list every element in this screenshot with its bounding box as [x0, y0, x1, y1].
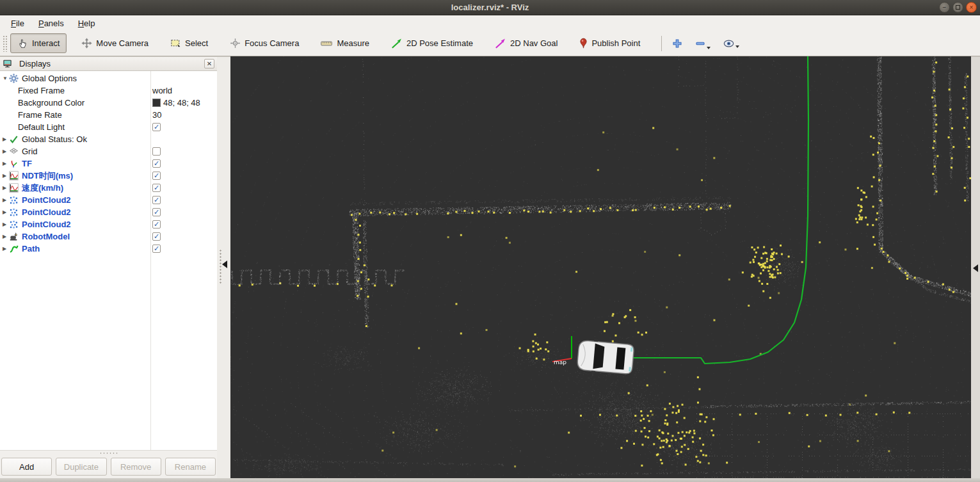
visibility-button[interactable]	[719, 37, 743, 50]
minimize-button[interactable]: −	[939, 2, 950, 13]
expand-arrow-icon[interactable]: ▶	[0, 197, 9, 203]
expand-arrow-icon[interactable]: ▶	[0, 209, 9, 215]
displays-panel: Displays ✕ ▼Global OptionsFixed Framewor…	[0, 56, 217, 478]
bottom-strip	[0, 478, 980, 482]
displays-tree: ▼Global OptionsFixed FrameworldBackgroun…	[0, 71, 217, 450]
tree-row-tf[interactable]: ▶TF✓	[0, 157, 217, 170]
color-swatch[interactable]	[152, 99, 161, 107]
pointcloud-icon	[9, 195, 22, 205]
eye-icon	[723, 40, 734, 47]
tree-row-path[interactable]: ▶Path✓	[0, 243, 217, 255]
display-enabled-checkbox[interactable]: ✓	[152, 245, 161, 253]
viewport-container	[230, 56, 971, 478]
tf-icon	[9, 159, 22, 168]
window-titlebar[interactable]: localizer.rviz* - RViz −×	[0, 0, 980, 15]
expand-arrow-icon[interactable]: ▶	[0, 234, 9, 239]
display-enabled-checkbox[interactable]: ✓	[152, 184, 161, 192]
tree-row-pointcloud2[interactable]: ▶PointCloud2✓	[0, 218, 217, 230]
add-button[interactable]: Add	[1, 458, 52, 476]
toolbar-drag-handle[interactable]	[3, 35, 8, 52]
property-row[interactable]: Default Light✓	[0, 121, 217, 133]
robot-icon	[9, 232, 22, 241]
property-row[interactable]: Frame Rate30	[0, 109, 217, 121]
display-enabled-checkbox[interactable]: ✓	[152, 232, 161, 241]
expand-arrow-icon[interactable]: ▶	[0, 246, 9, 252]
close-button[interactable]: ×	[966, 2, 977, 13]
toolbar-separator	[661, 36, 662, 51]
display-enabled-checkbox[interactable]: ✓	[152, 159, 161, 168]
main-area: Displays ✕ ▼Global OptionsFixed Framewor…	[0, 56, 980, 478]
collapse-left-arrow-icon[interactable]	[222, 261, 227, 268]
hand-icon	[17, 38, 28, 49]
rename-button: Rename	[165, 458, 216, 476]
tree-row-global-status-ok[interactable]: ▶Global Status: Ok	[0, 133, 217, 145]
zoom-in-button[interactable]	[668, 36, 686, 51]
select-button[interactable]: Select	[163, 33, 215, 53]
measure-button[interactable]: Measure	[314, 34, 376, 52]
tree-row--km-h-[interactable]: ▶速度(km/h)✓	[0, 182, 217, 194]
property-row[interactable]: Background Color48; 48; 48	[0, 97, 217, 109]
right-splitter[interactable]	[971, 56, 980, 478]
dropdown-caret-icon[interactable]	[735, 45, 739, 48]
expand-arrow-icon[interactable]: ▶	[0, 149, 9, 154]
left-splitter[interactable]	[217, 56, 230, 478]
publish-point-button[interactable]: Publish Point	[572, 33, 647, 53]
expand-arrow-icon[interactable]: ▼	[0, 76, 9, 81]
property-value[interactable]: 48; 48; 48	[163, 98, 200, 108]
display-enabled-checkbox[interactable]: ✓	[152, 123, 161, 131]
focus-crosshair-icon	[230, 38, 241, 49]
interact-button[interactable]: Interact	[10, 33, 67, 53]
path-icon	[9, 244, 22, 253]
menu-bar: FilePanelsHelp	[0, 15, 980, 31]
plus-icon	[672, 38, 682, 49]
selection-box-icon	[170, 38, 181, 49]
displays-button-row: AddDuplicateRemoveRename	[0, 455, 217, 478]
expand-arrow-icon[interactable]: ▶	[0, 185, 9, 191]
magenta-arrow-icon	[495, 38, 506, 49]
property-value[interactable]: 30	[152, 110, 161, 120]
tree-row-robotmodel[interactable]: ▶RobotModel✓	[0, 230, 217, 243]
expand-arrow-icon[interactable]: ▶	[0, 173, 9, 179]
maximize-button[interactable]	[952, 2, 963, 13]
map-pin-icon	[579, 38, 588, 49]
gear-icon	[9, 74, 22, 83]
tree-row-grid[interactable]: ▶Grid	[0, 145, 217, 157]
window-controls: −×	[939, 2, 977, 13]
2d-nav-goal-button[interactable]: 2D Nav Goal	[488, 33, 565, 54]
display-enabled-checkbox[interactable]: ✓	[152, 220, 161, 229]
panel-resize-handle[interactable]	[0, 450, 217, 455]
3d-viewport[interactable]	[230, 56, 971, 478]
display-enabled-checkbox[interactable]	[152, 147, 161, 156]
focus-camera-button[interactable]: Focus Camera	[223, 33, 306, 53]
property-row[interactable]: Fixed Frameworld	[0, 84, 217, 97]
window-title: localizer.rviz* - RViz	[0, 3, 980, 12]
plot-icon	[9, 183, 22, 193]
move-camera-button[interactable]: Move Camera	[74, 33, 156, 53]
property-value[interactable]: world	[152, 86, 172, 95]
tree-row-global-options[interactable]: ▼Global Options	[0, 72, 217, 84]
displays-panel-header[interactable]: Displays ✕	[0, 57, 217, 71]
panel-close-button[interactable]: ✕	[204, 59, 214, 68]
remove-button: Remove	[111, 458, 161, 476]
display-enabled-checkbox[interactable]: ✓	[152, 196, 161, 204]
menu-help[interactable]: Help	[72, 17, 101, 29]
display-enabled-checkbox[interactable]: ✓	[152, 172, 161, 180]
tree-row-pointcloud2[interactable]: ▶PointCloud2✓	[0, 194, 217, 206]
menu-panels[interactable]: Panels	[33, 17, 70, 29]
tree-row-ndt-ms-[interactable]: ▶NDT时间(ms)✓	[0, 170, 217, 182]
expand-arrow-icon[interactable]: ▶	[0, 161, 9, 166]
monitor-icon	[3, 59, 15, 68]
toolbar: InteractMove CameraSelectFocus CameraMea…	[0, 31, 980, 56]
2d-pose-estimate-button[interactable]: 2D Pose Estimate	[384, 33, 480, 54]
displays-panel-title: Displays	[19, 59, 200, 68]
expand-arrow-icon[interactable]: ▶	[0, 136, 9, 142]
ruler-icon	[321, 40, 333, 47]
expand-arrow-icon[interactable]: ▶	[0, 221, 9, 227]
tree-row-pointcloud2[interactable]: ▶PointCloud2✓	[0, 206, 217, 218]
menu-file[interactable]: File	[5, 17, 30, 29]
collapse-right-arrow-icon[interactable]	[973, 264, 978, 272]
display-enabled-checkbox[interactable]: ✓	[152, 208, 161, 216]
pointcloud-icon	[9, 207, 22, 217]
zoom-out-button[interactable]	[691, 36, 714, 51]
dropdown-caret-icon[interactable]	[707, 47, 711, 49]
